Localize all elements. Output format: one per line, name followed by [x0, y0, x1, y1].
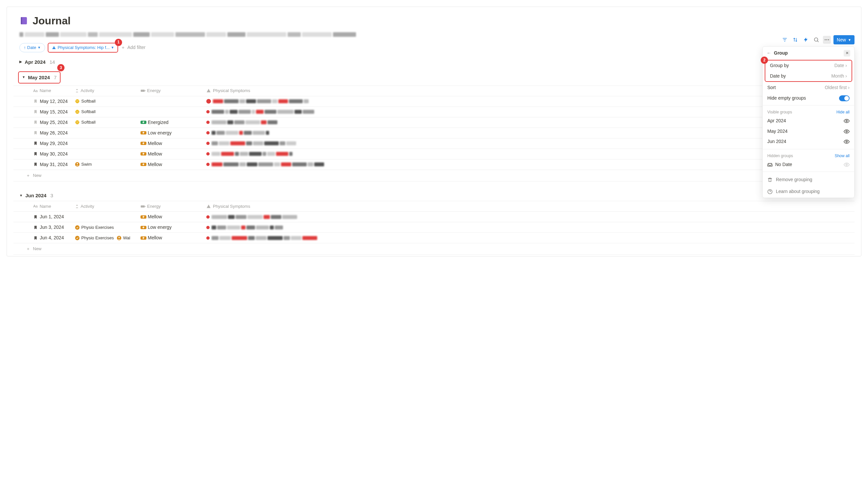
- table-row[interactable]: Jun 1, 2024 Mellow: [13, 212, 855, 222]
- filter-chip-label: Physical Symptoms: Hip f...: [58, 45, 110, 50]
- chevron-down-icon: ▼: [111, 45, 114, 50]
- visible-group-item[interactable]: Apr 2024: [763, 116, 854, 126]
- row-date: May 26, 2024: [40, 130, 68, 136]
- row-date: Jun 3, 2024: [40, 224, 64, 231]
- chevron-right-icon: ›: [848, 84, 849, 91]
- svg-point-24: [846, 120, 847, 122]
- new-row-button[interactable]: ＋New: [13, 243, 855, 255]
- eye-icon[interactable]: [844, 139, 849, 145]
- sort-chip-label: Date: [27, 45, 36, 50]
- sort-row[interactable]: Sort Oldest first›: [763, 82, 854, 93]
- group-header-may[interactable]: ▼ May 2024 7: [18, 71, 61, 83]
- red-dot-icon: [206, 152, 210, 156]
- red-dot-icon: [206, 163, 210, 166]
- new-row-label: New: [33, 173, 41, 178]
- battery-icon: [141, 205, 146, 208]
- svg-point-16: [77, 163, 78, 164]
- trash-icon: [767, 177, 773, 182]
- col-name-label: Name: [39, 88, 51, 94]
- svg-point-12: [75, 99, 79, 103]
- bookmark-icon: [33, 162, 38, 167]
- date-by-row[interactable]: Date by Month›: [765, 71, 851, 81]
- group-by-row[interactable]: Group by Date›: [765, 61, 851, 71]
- sort-icon[interactable]: [791, 36, 799, 44]
- table-row[interactable]: Jun 4, 2024 Physio ExercisesWal Mellow: [13, 233, 855, 243]
- hide-empty-toggle[interactable]: [839, 95, 849, 101]
- add-filter-button[interactable]: ＋ Add filter: [121, 44, 146, 51]
- red-dot-icon: [206, 121, 210, 124]
- table-row[interactable]: May 12, 2024 Softball: [13, 96, 855, 107]
- remove-grouping-button[interactable]: Remove grouping: [763, 174, 854, 186]
- new-button[interactable]: New▼: [833, 35, 855, 44]
- col-symptoms-label: Physical Symptoms: [213, 88, 250, 94]
- physio-icon: [75, 235, 80, 241]
- svg-point-26: [846, 141, 847, 143]
- add-filter-label: Add filter: [127, 44, 146, 51]
- show-all-link[interactable]: Show all: [835, 153, 849, 159]
- svg-point-14: [75, 120, 79, 124]
- eye-icon[interactable]: [844, 129, 849, 134]
- red-dot-icon: [206, 226, 210, 229]
- svg-point-9: [76, 89, 78, 91]
- bookmark-icon: [33, 151, 38, 156]
- svg-point-20: [75, 225, 79, 230]
- more-icon[interactable]: [823, 36, 831, 44]
- group-label: May 2024: [28, 74, 50, 81]
- group-header-jun[interactable]: ▼ Jun 2024 3: [13, 188, 855, 201]
- sort-chip[interactable]: ↑ Date ▼: [20, 43, 45, 52]
- triangle-right-icon: ▶: [20, 60, 22, 64]
- eye-hidden-icon[interactable]: [844, 162, 849, 168]
- text-property-icon: Aa: [33, 89, 37, 93]
- journal-icon: [20, 16, 29, 25]
- learn-grouping-button[interactable]: Learn about grouping: [763, 186, 854, 198]
- group-header-apr[interactable]: ▶ Apr 2024 14: [13, 55, 855, 67]
- svg-point-17: [76, 205, 78, 206]
- person-icon: [117, 235, 122, 241]
- search-icon[interactable]: [812, 36, 820, 44]
- svg-line-5: [818, 41, 819, 42]
- column-header-row: AaName Activity Energy Physical Symptoms: [13, 86, 855, 96]
- page-title: Journal: [33, 13, 71, 28]
- group-count: 7: [54, 74, 57, 81]
- visible-group-item[interactable]: Jun 2024: [763, 136, 854, 147]
- person-icon: [75, 89, 79, 93]
- person-icon: [75, 204, 79, 209]
- visible-group-item[interactable]: May 2024: [763, 126, 854, 137]
- table-row[interactable]: Jun 3, 2024 Physio Exercises Low energy: [13, 222, 855, 233]
- hide-empty-row[interactable]: Hide empty groups: [763, 93, 854, 104]
- text-property-icon: Aa: [33, 204, 37, 209]
- table-row[interactable]: May 26, 2024 Low energy: [13, 128, 855, 138]
- annotation-1: 1: [115, 39, 122, 46]
- redacted-description: [20, 32, 855, 37]
- back-icon[interactable]: ←: [767, 50, 771, 57]
- table-row[interactable]: May 30, 2024 Mellow: [13, 149, 855, 160]
- red-dot-icon: [206, 215, 210, 219]
- group-count: 3: [50, 192, 53, 199]
- arrow-up-icon: ↑: [24, 45, 26, 50]
- chevron-right-icon: ›: [845, 63, 847, 69]
- svg-point-13: [75, 110, 79, 114]
- hide-all-link[interactable]: Hide all: [836, 109, 849, 115]
- table-row[interactable]: May 25, 2024 Softball Energized: [13, 117, 855, 128]
- new-row-button[interactable]: ＋New: [13, 170, 855, 181]
- eye-icon[interactable]: [844, 118, 849, 124]
- svg-rect-18: [141, 205, 145, 207]
- row-date: Jun 1, 2024: [40, 214, 64, 220]
- column-header-row: AaName Activity Energy Physical Symptoms: [13, 201, 855, 212]
- table-row[interactable]: May 29, 2024 Mellow: [13, 138, 855, 149]
- close-icon[interactable]: ✕: [844, 50, 850, 57]
- bookmark-icon: [33, 109, 38, 114]
- person-icon: [75, 162, 80, 167]
- table-row[interactable]: May 15, 2024 Softball: [13, 107, 855, 117]
- table-row[interactable]: May 31, 2024 Swim Mellow: [13, 160, 855, 170]
- svg-point-8: [828, 39, 829, 40]
- bookmark-icon: [33, 120, 38, 125]
- hidden-group-no-date[interactable]: No Date: [763, 160, 854, 170]
- row-date: May 29, 2024: [40, 140, 68, 147]
- triangle-down-icon: ▼: [20, 193, 23, 198]
- group-count: 14: [49, 59, 55, 65]
- automations-icon[interactable]: [802, 36, 810, 44]
- filter-chip-physical-symptoms[interactable]: Physical Symptoms: Hip f... ▼: [48, 43, 118, 53]
- ball-icon: [75, 99, 80, 104]
- filter-icon[interactable]: [781, 36, 789, 44]
